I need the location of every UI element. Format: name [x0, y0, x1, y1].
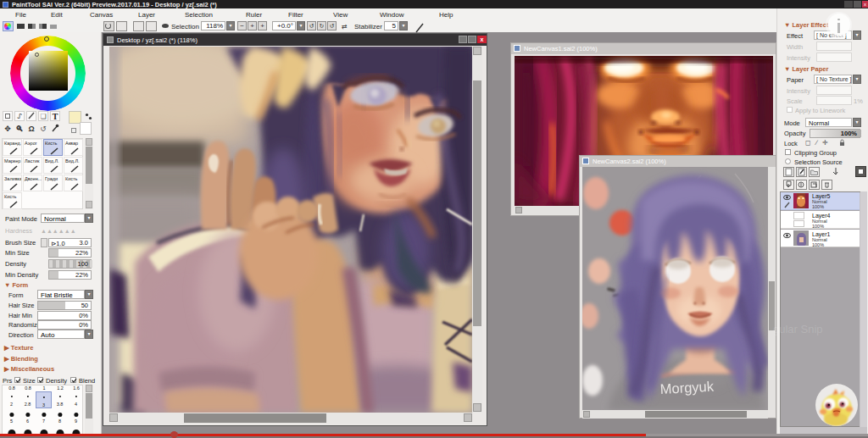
svg-text:Morgyuk: Morgyuk [659, 379, 715, 396]
